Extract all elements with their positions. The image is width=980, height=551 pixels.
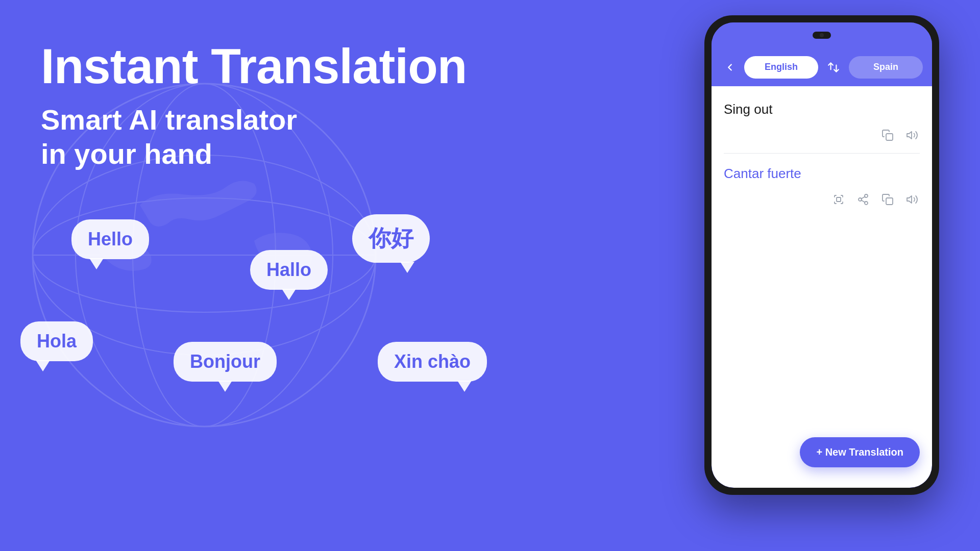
bubble-chinese: 你好 xyxy=(352,214,430,263)
hero-section: Instant Translation Smart AI translator … xyxy=(41,41,500,171)
copy-translation-button[interactable] xyxy=(880,192,895,207)
speak-translation-button[interactable] xyxy=(904,192,920,207)
scan-button[interactable] xyxy=(831,192,846,207)
translated-section: Cantar fuerte xyxy=(724,154,920,475)
phone-mockup: English Spain Sing out xyxy=(704,15,949,515)
source-text: Sing out xyxy=(724,102,920,117)
svg-marker-15 xyxy=(907,196,912,203)
speak-source-button[interactable] xyxy=(904,128,920,143)
camera-pill xyxy=(813,32,831,39)
svg-rect-14 xyxy=(886,198,893,205)
swap-languages-button[interactable] xyxy=(823,57,844,78)
bubble-hallo: Hallo xyxy=(250,250,328,290)
svg-line-12 xyxy=(862,201,865,203)
translated-text: Cantar fuerte xyxy=(724,166,920,182)
svg-rect-8 xyxy=(837,197,841,202)
source-language-button[interactable]: English xyxy=(744,56,818,79)
source-section: Sing out xyxy=(724,102,920,154)
subtitle: Smart AI translator in your hand xyxy=(41,103,500,171)
app-header: English Spain xyxy=(712,48,932,86)
phone-frame: English Spain Sing out xyxy=(704,15,939,495)
bubble-hello: Hello xyxy=(71,219,149,259)
new-translation-button[interactable]: + New Translation xyxy=(800,437,920,467)
svg-line-13 xyxy=(862,197,865,199)
main-title: Instant Translation xyxy=(41,41,500,92)
svg-marker-7 xyxy=(907,132,912,139)
source-actions xyxy=(724,128,920,143)
svg-rect-6 xyxy=(886,134,893,140)
copy-source-button[interactable] xyxy=(880,128,895,143)
camera-area xyxy=(712,22,932,48)
camera-dot xyxy=(820,33,824,37)
translated-actions xyxy=(724,192,920,207)
back-button[interactable] xyxy=(721,58,739,77)
translation-content: Sing out xyxy=(712,86,932,488)
phone-screen: English Spain Sing out xyxy=(712,22,932,488)
share-button[interactable] xyxy=(855,192,871,207)
target-language-button[interactable]: Spain xyxy=(849,56,923,79)
bubble-xinchao: Xin chào xyxy=(378,342,487,382)
bubble-bonjour: Bonjour xyxy=(174,342,277,382)
bubble-hola: Hola xyxy=(20,321,93,361)
